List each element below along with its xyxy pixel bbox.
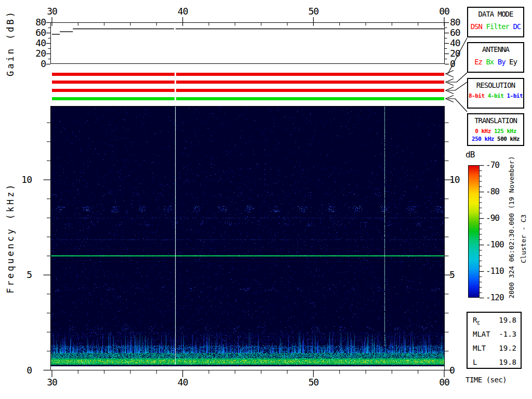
legend-item-8-bit: 8-bit [469, 92, 485, 99]
freq-left-tick-label: 0 [1, 365, 32, 376]
legend-item-0-khz: 0 kHz [475, 128, 491, 135]
ephemeris-value: 19.8 [499, 355, 516, 369]
colorbar-tick-label: -110 [486, 267, 504, 275]
colorbar-title: dB [466, 150, 474, 159]
legend-item-500-khz: 500 kHz [494, 136, 520, 142]
time-bottom-tick-label: 40 [162, 377, 204, 388]
legend-title-antenna: ANTENNA [468, 45, 523, 54]
ephemeris-value: 19.8 [499, 313, 516, 327]
gain-left-tick-label: 40 [15, 38, 46, 48]
legend-item-dsn: DSN [471, 22, 482, 31]
legend-item-1-bit: 1-bit [503, 92, 523, 99]
ephemeris-table: RE19.8MLAT-1.3MLT19.2L19.8 [467, 312, 522, 369]
legend-item-ez: Ez [474, 58, 482, 66]
spectrogram-image [51, 107, 444, 366]
freq-left-tick-label: 10 [1, 175, 32, 185]
gain-top-tick-label: 40 [162, 6, 204, 17]
gain-right-tick-label: 40 [450, 38, 460, 48]
connector-translation [448, 99, 467, 112]
legend-values-data-mode: DSN Filter DC [468, 22, 523, 31]
time-bottom-tick-label: 30 [31, 377, 73, 388]
status-bar-antenna [52, 81, 444, 84]
gain-right-tick-label: 60 [450, 28, 460, 38]
legend-item-bx: Bx [482, 58, 494, 66]
gain-right-tick-label: 0 [450, 59, 455, 69]
gain-right-tick-label: 20 [450, 48, 460, 59]
legend-item-filter: Filter [482, 22, 509, 31]
arrowhead-antenna [446, 79, 454, 86]
legend-values-antenna: Ez Bx By Ey [468, 58, 523, 66]
legend-title-translation: TRANSLATION [468, 116, 523, 125]
ephemeris-value: -1.3 [499, 327, 516, 341]
ephemeris-label: MLT [473, 341, 486, 355]
colorbar-tick-label: -100 [486, 240, 504, 249]
gain-top-tick-label: 00 [423, 6, 465, 17]
ephemeris-value: 19.2 [499, 341, 516, 355]
freq-left-tick-label: 5 [1, 270, 32, 280]
arrowhead-data-mode [446, 71, 454, 77]
status-bar-translation [52, 97, 444, 100]
ephemeris-row-l: L19.8 [468, 355, 521, 369]
gain-left-tick-label: 80 [15, 17, 46, 28]
legend-item-250-khz: 250 kHz [472, 136, 494, 142]
gain-right-tick-label: 80 [450, 17, 460, 28]
legend-item-by: By [494, 58, 505, 66]
legend-title-data-mode: DATA MODE [468, 10, 523, 18]
legend-item-4-bit: 4-bit [485, 92, 504, 99]
legend-box-translation: TRANSLATION0 kHz 125 kHz250 kHz 500 kHz [467, 113, 524, 146]
freq-right-tick-label: 0 [449, 365, 455, 376]
ephemeris-row-r: RE19.8 [468, 313, 521, 327]
time-axis-label: TIME (sec) [466, 376, 507, 384]
legend-values-translation: 250 kHz 500 kHz [468, 136, 523, 142]
gain-left-tick-label: 60 [15, 28, 46, 38]
ephemeris-row-mlt: MLT19.2 [468, 341, 521, 355]
gain-left-tick-label: 20 [15, 48, 46, 59]
colorbar-tick-label: -120 [486, 293, 504, 302]
colorbar-tick-label: -70 [486, 161, 499, 169]
legend-box-resolution: RESOLUTION8-bit 4-bit 1-bit [467, 78, 524, 109]
datetime-annotation: 2000 324 06:02:30.000 (19 November) [508, 155, 515, 300]
status-bar-data-gap [175, 71, 176, 101]
legend-values-resolution: 8-bit 4-bit 1-bit [468, 92, 523, 99]
gain-top-tick-label: 30 [31, 6, 73, 17]
wbd-spectrogram-display: Gain (dB) Frequency (kHz) dB 2000 324 06… [0, 0, 532, 399]
legend-box-antenna: ANTENNAEz Bx By Ey [467, 42, 524, 73]
colorbar [468, 165, 480, 298]
legend-item-125-khz: 125 kHz [491, 128, 516, 135]
gain-left-tick-label: 0 [15, 59, 46, 69]
gain-axis-title: Gain (dB) [5, 0, 16, 100]
legend-title-resolution: RESOLUTION [468, 81, 523, 89]
legend-values-translation: 0 kHz 125 kHz [468, 128, 523, 135]
ephemeris-row-mlat: MLAT-1.3 [468, 327, 521, 341]
legend-box-data-mode: DATA MODEDSN Filter DC [467, 7, 524, 37]
gain-plot-frame [50, 22, 445, 64]
legend-item-dc: DC [509, 22, 521, 31]
legend-item-ey: Ey [506, 58, 517, 66]
ephemeris-label: L [473, 355, 477, 369]
gain-top-tick-label: 50 [292, 6, 334, 17]
time-bottom-tick-label: 00 [423, 377, 465, 388]
arrowhead-resolution [446, 87, 454, 94]
freq-right-tick-label: 10 [449, 175, 460, 185]
connector-antenna [448, 73, 467, 82]
time-bottom-tick-label: 50 [292, 377, 334, 388]
status-bar-resolution [52, 89, 444, 92]
colorbar-tick-label: -80 [486, 187, 499, 196]
status-bar-data-mode [52, 73, 444, 76]
arrowhead-translation [446, 96, 454, 102]
ephemeris-label: MLAT [473, 327, 490, 341]
freq-right-tick-label: 5 [449, 270, 455, 280]
connector-resolution [448, 82, 467, 90]
spacecraft-annotation: Cluster - C3 [520, 213, 527, 265]
frequency-axis-title: Frequency (kHz) [5, 170, 16, 305]
colorbar-tick-label: -90 [486, 214, 499, 222]
